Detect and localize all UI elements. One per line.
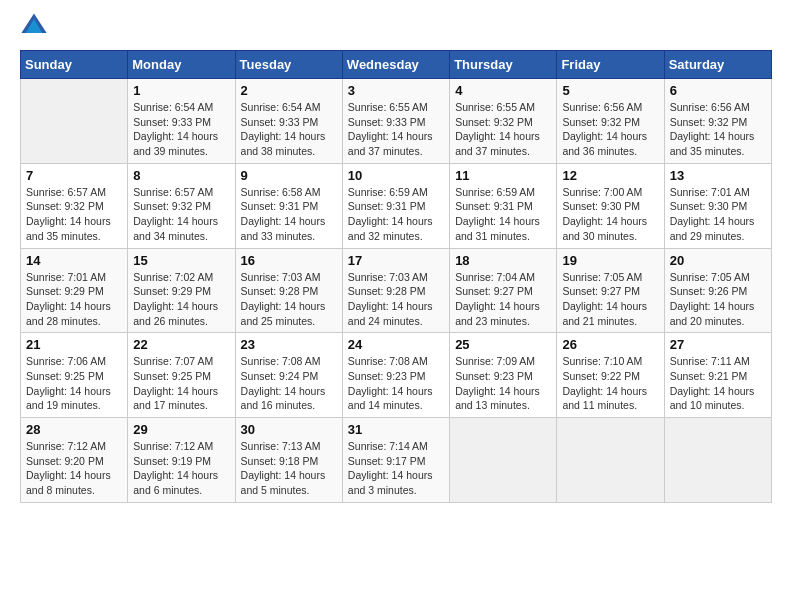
logo-icon: [20, 12, 48, 40]
calendar-week-row: 21Sunrise: 7:06 AM Sunset: 9:25 PM Dayli…: [21, 333, 772, 418]
day-info: Sunrise: 7:10 AM Sunset: 9:22 PM Dayligh…: [562, 354, 658, 413]
calendar-cell: 30Sunrise: 7:13 AM Sunset: 9:18 PM Dayli…: [235, 418, 342, 503]
day-number: 24: [348, 337, 444, 352]
calendar-cell: 13Sunrise: 7:01 AM Sunset: 9:30 PM Dayli…: [664, 163, 771, 248]
calendar-cell: 18Sunrise: 7:04 AM Sunset: 9:27 PM Dayli…: [450, 248, 557, 333]
calendar-cell: 3Sunrise: 6:55 AM Sunset: 9:33 PM Daylig…: [342, 79, 449, 164]
day-number: 12: [562, 168, 658, 183]
calendar-cell: 1Sunrise: 6:54 AM Sunset: 9:33 PM Daylig…: [128, 79, 235, 164]
day-info: Sunrise: 6:58 AM Sunset: 9:31 PM Dayligh…: [241, 185, 337, 244]
day-info: Sunrise: 7:05 AM Sunset: 9:27 PM Dayligh…: [562, 270, 658, 329]
day-info: Sunrise: 7:01 AM Sunset: 9:30 PM Dayligh…: [670, 185, 766, 244]
calendar-cell: 8Sunrise: 6:57 AM Sunset: 9:32 PM Daylig…: [128, 163, 235, 248]
page-header: [20, 20, 772, 40]
day-number: 11: [455, 168, 551, 183]
day-info: Sunrise: 7:11 AM Sunset: 9:21 PM Dayligh…: [670, 354, 766, 413]
day-info: Sunrise: 7:12 AM Sunset: 9:19 PM Dayligh…: [133, 439, 229, 498]
weekday-header: Wednesday: [342, 51, 449, 79]
calendar-cell: 25Sunrise: 7:09 AM Sunset: 9:23 PM Dayli…: [450, 333, 557, 418]
day-number: 13: [670, 168, 766, 183]
day-number: 14: [26, 253, 122, 268]
calendar-cell: 6Sunrise: 6:56 AM Sunset: 9:32 PM Daylig…: [664, 79, 771, 164]
calendar-cell: 22Sunrise: 7:07 AM Sunset: 9:25 PM Dayli…: [128, 333, 235, 418]
day-number: 26: [562, 337, 658, 352]
day-number: 2: [241, 83, 337, 98]
calendar-cell: 28Sunrise: 7:12 AM Sunset: 9:20 PM Dayli…: [21, 418, 128, 503]
calendar-header-row: SundayMondayTuesdayWednesdayThursdayFrid…: [21, 51, 772, 79]
day-info: Sunrise: 7:14 AM Sunset: 9:17 PM Dayligh…: [348, 439, 444, 498]
day-number: 3: [348, 83, 444, 98]
day-number: 7: [26, 168, 122, 183]
day-number: 8: [133, 168, 229, 183]
day-info: Sunrise: 6:56 AM Sunset: 9:32 PM Dayligh…: [562, 100, 658, 159]
calendar-cell: 9Sunrise: 6:58 AM Sunset: 9:31 PM Daylig…: [235, 163, 342, 248]
day-number: 28: [26, 422, 122, 437]
day-info: Sunrise: 7:03 AM Sunset: 9:28 PM Dayligh…: [348, 270, 444, 329]
calendar-cell: 12Sunrise: 7:00 AM Sunset: 9:30 PM Dayli…: [557, 163, 664, 248]
day-number: 17: [348, 253, 444, 268]
day-number: 18: [455, 253, 551, 268]
day-number: 16: [241, 253, 337, 268]
calendar-cell: 2Sunrise: 6:54 AM Sunset: 9:33 PM Daylig…: [235, 79, 342, 164]
calendar-cell: 10Sunrise: 6:59 AM Sunset: 9:31 PM Dayli…: [342, 163, 449, 248]
calendar-cell: [664, 418, 771, 503]
day-info: Sunrise: 6:55 AM Sunset: 9:33 PM Dayligh…: [348, 100, 444, 159]
day-number: 10: [348, 168, 444, 183]
day-info: Sunrise: 6:54 AM Sunset: 9:33 PM Dayligh…: [133, 100, 229, 159]
day-info: Sunrise: 7:05 AM Sunset: 9:26 PM Dayligh…: [670, 270, 766, 329]
calendar-cell: 20Sunrise: 7:05 AM Sunset: 9:26 PM Dayli…: [664, 248, 771, 333]
calendar-cell: 11Sunrise: 6:59 AM Sunset: 9:31 PM Dayli…: [450, 163, 557, 248]
weekday-header: Thursday: [450, 51, 557, 79]
day-info: Sunrise: 7:00 AM Sunset: 9:30 PM Dayligh…: [562, 185, 658, 244]
calendar-cell: 19Sunrise: 7:05 AM Sunset: 9:27 PM Dayli…: [557, 248, 664, 333]
calendar-cell: 23Sunrise: 7:08 AM Sunset: 9:24 PM Dayli…: [235, 333, 342, 418]
day-info: Sunrise: 7:03 AM Sunset: 9:28 PM Dayligh…: [241, 270, 337, 329]
day-info: Sunrise: 6:57 AM Sunset: 9:32 PM Dayligh…: [26, 185, 122, 244]
day-info: Sunrise: 6:59 AM Sunset: 9:31 PM Dayligh…: [348, 185, 444, 244]
day-info: Sunrise: 7:08 AM Sunset: 9:23 PM Dayligh…: [348, 354, 444, 413]
day-info: Sunrise: 7:02 AM Sunset: 9:29 PM Dayligh…: [133, 270, 229, 329]
day-number: 4: [455, 83, 551, 98]
calendar-week-row: 1Sunrise: 6:54 AM Sunset: 9:33 PM Daylig…: [21, 79, 772, 164]
calendar-cell: 27Sunrise: 7:11 AM Sunset: 9:21 PM Dayli…: [664, 333, 771, 418]
day-info: Sunrise: 7:01 AM Sunset: 9:29 PM Dayligh…: [26, 270, 122, 329]
calendar-cell: 15Sunrise: 7:02 AM Sunset: 9:29 PM Dayli…: [128, 248, 235, 333]
day-number: 23: [241, 337, 337, 352]
calendar-cell: 31Sunrise: 7:14 AM Sunset: 9:17 PM Dayli…: [342, 418, 449, 503]
day-number: 5: [562, 83, 658, 98]
calendar-week-row: 28Sunrise: 7:12 AM Sunset: 9:20 PM Dayli…: [21, 418, 772, 503]
weekday-header: Saturday: [664, 51, 771, 79]
weekday-header: Friday: [557, 51, 664, 79]
day-info: Sunrise: 7:12 AM Sunset: 9:20 PM Dayligh…: [26, 439, 122, 498]
day-number: 31: [348, 422, 444, 437]
day-info: Sunrise: 7:04 AM Sunset: 9:27 PM Dayligh…: [455, 270, 551, 329]
day-info: Sunrise: 7:13 AM Sunset: 9:18 PM Dayligh…: [241, 439, 337, 498]
calendar-cell: 17Sunrise: 7:03 AM Sunset: 9:28 PM Dayli…: [342, 248, 449, 333]
calendar-cell: 29Sunrise: 7:12 AM Sunset: 9:19 PM Dayli…: [128, 418, 235, 503]
day-number: 21: [26, 337, 122, 352]
calendar-cell: 7Sunrise: 6:57 AM Sunset: 9:32 PM Daylig…: [21, 163, 128, 248]
day-number: 9: [241, 168, 337, 183]
day-number: 1: [133, 83, 229, 98]
calendar-week-row: 7Sunrise: 6:57 AM Sunset: 9:32 PM Daylig…: [21, 163, 772, 248]
calendar-cell: [450, 418, 557, 503]
day-info: Sunrise: 7:08 AM Sunset: 9:24 PM Dayligh…: [241, 354, 337, 413]
calendar-cell: 24Sunrise: 7:08 AM Sunset: 9:23 PM Dayli…: [342, 333, 449, 418]
day-number: 20: [670, 253, 766, 268]
day-number: 27: [670, 337, 766, 352]
day-info: Sunrise: 7:06 AM Sunset: 9:25 PM Dayligh…: [26, 354, 122, 413]
weekday-header: Monday: [128, 51, 235, 79]
day-number: 30: [241, 422, 337, 437]
day-info: Sunrise: 6:55 AM Sunset: 9:32 PM Dayligh…: [455, 100, 551, 159]
day-info: Sunrise: 7:07 AM Sunset: 9:25 PM Dayligh…: [133, 354, 229, 413]
calendar-cell: 26Sunrise: 7:10 AM Sunset: 9:22 PM Dayli…: [557, 333, 664, 418]
calendar-cell: 14Sunrise: 7:01 AM Sunset: 9:29 PM Dayli…: [21, 248, 128, 333]
weekday-header: Sunday: [21, 51, 128, 79]
calendar-cell: 21Sunrise: 7:06 AM Sunset: 9:25 PM Dayli…: [21, 333, 128, 418]
calendar-cell: 16Sunrise: 7:03 AM Sunset: 9:28 PM Dayli…: [235, 248, 342, 333]
calendar-cell: 5Sunrise: 6:56 AM Sunset: 9:32 PM Daylig…: [557, 79, 664, 164]
day-info: Sunrise: 6:57 AM Sunset: 9:32 PM Dayligh…: [133, 185, 229, 244]
calendar-cell: 4Sunrise: 6:55 AM Sunset: 9:32 PM Daylig…: [450, 79, 557, 164]
day-number: 19: [562, 253, 658, 268]
day-info: Sunrise: 6:54 AM Sunset: 9:33 PM Dayligh…: [241, 100, 337, 159]
